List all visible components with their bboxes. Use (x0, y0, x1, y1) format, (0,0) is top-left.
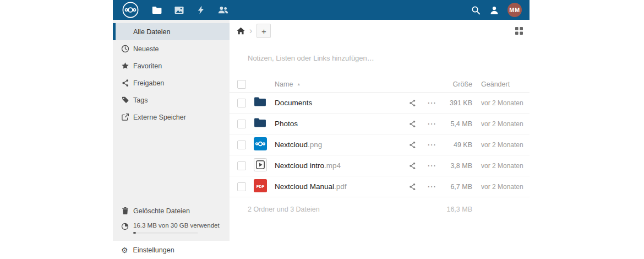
row-checkbox[interactable] (237, 141, 246, 149)
row-checkbox[interactable] (237, 99, 246, 107)
quota-indicator: 16.3 MB von 30 GB verwendet (113, 219, 230, 236)
contacts-app-icon[interactable] (212, 0, 234, 20)
pdf-file-icon: PDF (254, 179, 267, 195)
column-header-size[interactable]: Größe (441, 80, 474, 88)
file-modified: vor 2 Monaten (474, 183, 530, 191)
column-header-modified[interactable]: Geändert (474, 80, 530, 88)
sidebar-item-label: Gelöschte Dateien (133, 207, 190, 215)
file-name: Nextcloud (275, 141, 308, 149)
quota-icon (121, 223, 133, 230)
contacts-menu-icon[interactable] (489, 4, 500, 15)
sidebar-item-label: Tags (133, 96, 148, 104)
sidebar: Alle Dateien Neueste (113, 20, 230, 241)
more-actions-icon[interactable]: ⋯ (427, 99, 436, 107)
sidebar-item-freigaben[interactable]: Freigaben (113, 74, 230, 91)
file-name: Photos (275, 120, 298, 128)
search-icon[interactable] (470, 4, 481, 15)
row-checkbox[interactable] (237, 182, 246, 191)
sidebar-nav: Alle Dateien Neueste (113, 20, 230, 126)
file-ext: .png (308, 141, 322, 149)
share-icon[interactable] (403, 141, 422, 149)
new-button[interactable]: + (256, 24, 271, 38)
external-storage-icon (121, 113, 133, 121)
sidebar-item-externe-speicher[interactable]: Externe Speicher (113, 109, 230, 126)
quota-progress-fill (133, 232, 136, 234)
share-icon[interactable] (403, 183, 422, 191)
file-size: 49 KB (441, 141, 474, 149)
sidebar-item-label: Freigaben (133, 79, 164, 87)
quota-text: 16.3 MB von 30 GB verwendet (133, 222, 220, 234)
sidebar-item-geloeschte-dateien[interactable]: Gelöschte Dateien (113, 202, 230, 219)
nextcloud-logo-icon[interactable] (122, 2, 139, 18)
quota-label: 16.3 MB von 30 GB verwendet (133, 222, 220, 230)
more-actions-icon[interactable]: ⋯ (427, 120, 436, 128)
star-icon (121, 62, 133, 70)
gallery-app-icon[interactable] (168, 0, 190, 20)
file-size: 3,8 MB (441, 162, 474, 170)
nextcloud-image-file-icon (254, 137, 267, 153)
folder-icon (254, 96, 266, 109)
settings-button[interactable]: ⚙ Einstellungen (113, 241, 230, 259)
file-row[interactable]: PDF Nextcloud Manual.pdf ⋯ 6,7 MB vor 2 … (230, 176, 530, 197)
share-icon (121, 79, 133, 87)
more-actions-icon[interactable]: ⋯ (427, 182, 436, 191)
sidebar-item-tags[interactable]: Tags (113, 91, 230, 109)
table-summary: 2 Ordner und 3 Dateien 16,3 MB (230, 197, 530, 222)
summary-count: 2 Ordner und 3 Dateien (230, 206, 403, 213)
sidebar-item-label: Favoriten (133, 62, 162, 70)
file-size: 5,4 MB (441, 120, 474, 128)
file-row[interactable]: Photos ⋯ 5,4 MB vor 2 Monaten (230, 114, 530, 134)
file-ext: .pdf (334, 182, 347, 191)
trash-icon (121, 207, 133, 215)
more-actions-icon[interactable]: ⋯ (427, 161, 436, 170)
file-row[interactable]: Documents ⋯ 391 KB vor 2 Monaten (230, 93, 530, 114)
file-table: Name▲ Größe Geändert Documents (230, 76, 530, 222)
file-modified: vor 2 Monaten (474, 141, 530, 149)
name-header-label: Name (275, 80, 293, 88)
folder-icon (254, 117, 266, 130)
quota-progress-bar (133, 232, 198, 234)
table-header: Name▲ Größe Geändert (230, 76, 530, 93)
plus-icon: + (261, 26, 266, 36)
file-name: Documents (275, 99, 312, 107)
breadcrumb: › + (230, 20, 530, 39)
svg-text:PDF: PDF (256, 184, 265, 188)
select-all-checkbox[interactable] (237, 80, 246, 89)
sort-asc-icon: ▲ (297, 82, 301, 86)
sidebar-item-label: Neueste (133, 45, 159, 53)
grid-view-icon[interactable] (515, 27, 523, 35)
share-icon[interactable] (403, 162, 422, 170)
settings-label: Einstellungen (133, 246, 174, 254)
row-checkbox[interactable] (237, 161, 246, 170)
home-icon[interactable] (237, 27, 245, 35)
avatar[interactable]: MM (507, 3, 522, 17)
sidebar-item-neueste[interactable]: Neueste (113, 40, 230, 57)
row-checkbox[interactable] (237, 120, 246, 128)
topbar-right: MM (470, 3, 530, 17)
file-row[interactable]: Nextcloud intro.mp4 ⋯ 3,8 MB vor 2 Monat… (230, 155, 530, 176)
video-file-icon (254, 158, 267, 174)
nextcloud-window: MM Alle Dateien Neueste (113, 0, 530, 259)
file-modified: vor 2 Monaten (474, 99, 530, 107)
sidebar-item-label: Externe Speicher (133, 114, 186, 121)
share-icon[interactable] (403, 99, 422, 107)
sidebar-item-alle-dateien[interactable]: Alle Dateien (113, 23, 230, 40)
file-modified: vor 2 Monaten (474, 162, 530, 170)
file-name: Nextcloud intro (275, 161, 324, 170)
more-actions-icon[interactable]: ⋯ (427, 141, 436, 149)
file-row[interactable]: Nextcloud.png ⋯ 49 KB vor 2 Monaten (230, 134, 530, 155)
file-modified: vor 2 Monaten (474, 120, 530, 128)
share-icon[interactable] (403, 120, 422, 128)
app-navigation (146, 0, 234, 20)
sidebar-item-favoriten[interactable]: Favoriten (113, 57, 230, 74)
column-header-name[interactable]: Name▲ (275, 80, 403, 88)
chevron-right-icon: › (249, 26, 252, 35)
gear-icon: ⚙ (121, 246, 128, 254)
activity-app-icon[interactable] (190, 0, 212, 20)
notes-placeholder[interactable]: Notizen, Listen oder Links hinzufügen… (248, 54, 530, 64)
screen: MM Alle Dateien Neueste (0, 0, 644, 259)
file-name: Nextcloud Manual (275, 182, 334, 191)
sidebar-bottom: Gelöschte Dateien 16.3 MB von 30 GB verw… (113, 202, 230, 241)
clock-icon (121, 45, 133, 53)
files-app-icon[interactable] (146, 0, 168, 20)
